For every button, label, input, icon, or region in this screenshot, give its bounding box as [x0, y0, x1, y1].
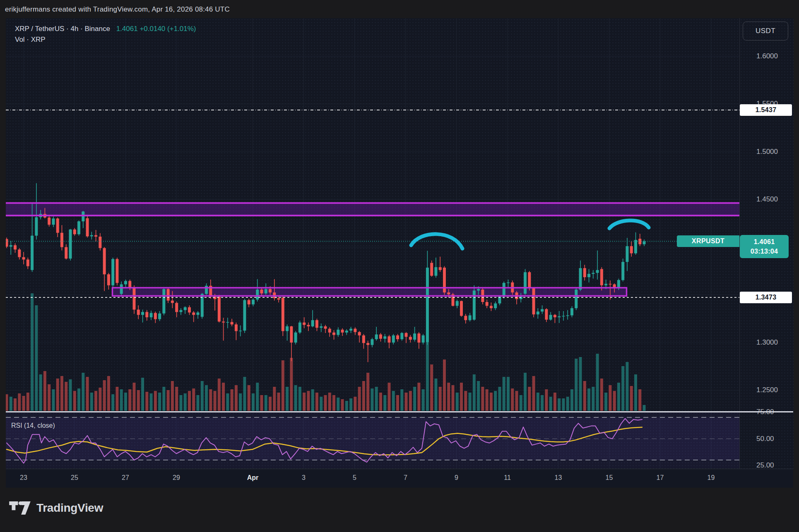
candle-body	[554, 315, 556, 317]
candle-body	[154, 313, 157, 319]
candle-body	[392, 335, 395, 343]
time-tick-label: 19	[708, 474, 715, 482]
volume-bar	[328, 393, 331, 411]
volume-bar	[349, 398, 352, 411]
candle-body	[426, 268, 429, 342]
volume-bar	[22, 396, 25, 411]
volume-bar	[273, 387, 276, 411]
candle-body	[609, 284, 611, 285]
candle-body	[490, 306, 493, 308]
support-zone-fill[interactable]	[113, 288, 626, 295]
level-badge-high: 1.5437	[740, 104, 792, 116]
candle-body	[99, 237, 101, 248]
volume-bar	[528, 387, 531, 411]
volume-bar	[587, 388, 590, 411]
candle-body	[239, 331, 242, 331]
volume-bar	[218, 379, 221, 411]
arc-annotation[interactable]	[609, 220, 649, 228]
volume-bar	[10, 397, 12, 411]
candle-body	[69, 230, 72, 259]
volume-bar	[94, 391, 97, 411]
candle-body	[621, 262, 624, 280]
volume-bar	[434, 379, 437, 411]
volume-bar	[128, 389, 131, 411]
time-tick-label: Apr	[247, 474, 259, 482]
volume-bar	[562, 398, 565, 411]
volume-bar	[197, 395, 200, 411]
volume-bar	[494, 391, 497, 411]
level-badge-low: 1.3473	[740, 292, 792, 303]
currency-toggle-button[interactable]: USDT	[743, 22, 788, 41]
volume-bar	[456, 393, 459, 411]
candle-body	[439, 267, 442, 270]
time-tick-label: 17	[657, 474, 664, 482]
volume-bar	[201, 381, 204, 411]
candle-body	[558, 316, 561, 317]
volume-bar	[396, 395, 399, 411]
candle-body	[150, 313, 153, 317]
volume-bar	[252, 393, 255, 411]
candle-body	[541, 309, 544, 312]
candle-body	[630, 246, 633, 253]
volume-indicator-label[interactable]: Vol · XRP	[15, 36, 46, 44]
resistance-zone-fill[interactable]	[6, 203, 739, 216]
volume-bar	[366, 373, 369, 411]
volume-bar	[158, 393, 161, 411]
candle-body	[643, 241, 646, 244]
volume-bar	[141, 378, 144, 411]
volume-bar	[375, 387, 378, 411]
candle-body	[107, 274, 110, 285]
volume-bar	[600, 379, 603, 411]
pane-separator[interactable]	[6, 411, 793, 412]
candle-body	[222, 321, 225, 322]
volume-bar	[265, 395, 267, 411]
candle-body	[400, 333, 403, 339]
volume-bar	[417, 383, 420, 411]
candle-body	[205, 286, 208, 294]
candle-body	[443, 268, 446, 292]
volume-bar	[643, 405, 646, 411]
time-axis[interactable]: 23252729Apr35791113151719	[6, 469, 793, 488]
volume-bar	[332, 395, 335, 411]
volume-bar	[520, 395, 522, 411]
volume-bar	[209, 389, 212, 411]
symbol-title[interactable]: XRP / TetherUS · 4h · Binance	[15, 25, 110, 33]
chart-legend[interactable]: XRP / TetherUS · 4h · Binance 1.4061 +0.…	[15, 25, 196, 33]
candle-body	[307, 325, 310, 326]
candle-body	[469, 315, 472, 320]
volume-bar	[290, 358, 293, 411]
candle-body	[562, 316, 565, 316]
volume-bar	[65, 382, 67, 411]
candle-body	[184, 307, 187, 310]
rsi-indicator-label[interactable]: RSI (14, close)	[11, 422, 55, 429]
volume-bar	[248, 385, 250, 411]
volume-bar	[621, 366, 624, 411]
candle-body	[158, 314, 161, 319]
volume-bar	[162, 387, 165, 411]
candle-body	[315, 320, 318, 328]
candle-body	[60, 233, 63, 247]
volume-bar	[575, 359, 578, 411]
chart-plot-area[interactable]	[6, 18, 739, 468]
volume-bar	[604, 393, 607, 411]
candle-body	[188, 307, 191, 313]
candle-body	[604, 284, 607, 285]
volume-bar	[447, 383, 450, 411]
last-price-change: 1.4061 +0.0140 (+1.01%)	[116, 25, 196, 33]
volume-bar	[39, 374, 42, 411]
tradingview-brand[interactable]: TradingView	[9, 501, 103, 515]
candle-body	[528, 272, 531, 288]
volume-bar	[617, 383, 620, 411]
volume-bar	[150, 393, 153, 411]
volume-bar	[256, 383, 259, 411]
volume-bar	[443, 359, 446, 411]
volume-bar	[86, 377, 89, 411]
candle-body	[422, 335, 425, 343]
candle-body	[286, 326, 289, 331]
price-tick-label: 1.5000	[756, 148, 778, 156]
candle-body	[464, 316, 467, 320]
time-tick-label: 13	[555, 474, 562, 482]
candle-body	[111, 259, 114, 285]
candle-body	[566, 315, 569, 316]
candle-body	[277, 298, 280, 300]
